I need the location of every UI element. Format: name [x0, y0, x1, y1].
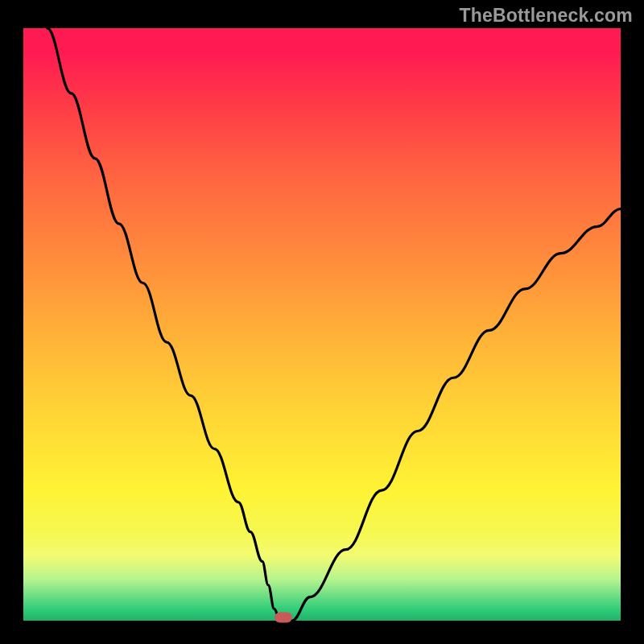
- curve-path: [47, 28, 621, 621]
- plot-area: [23, 28, 621, 621]
- optimal-point-marker: [275, 613, 292, 623]
- attribution-text: TheBottleneck.com: [459, 5, 633, 27]
- chart-container: TheBottleneck.com: [0, 0, 644, 644]
- bottleneck-curve: [23, 28, 621, 621]
